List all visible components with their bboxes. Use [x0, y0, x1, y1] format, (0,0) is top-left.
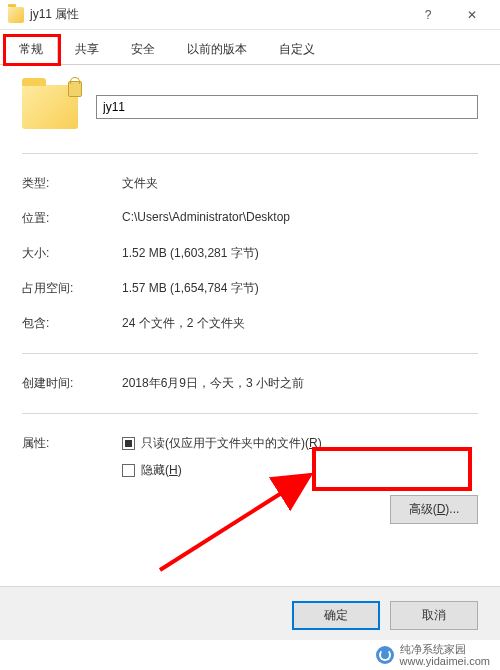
folder-name-input[interactable]	[96, 95, 478, 119]
close-button[interactable]: ✕	[452, 2, 492, 28]
tabs: 常规 共享 安全 以前的版本 自定义	[0, 30, 500, 65]
folder-icon	[8, 7, 24, 23]
tab-content: 类型: 文件夹 位置: C:\Users\Administrator\Deskt…	[0, 65, 500, 553]
tab-general[interactable]: 常规	[4, 34, 58, 64]
attributes-label: 属性:	[22, 435, 122, 452]
divider	[22, 353, 478, 354]
watermark: 纯净系统家园 www.yidaimei.com	[0, 640, 500, 670]
watermark-logo-icon	[376, 646, 394, 664]
readonly-label: 只读(仅应用于文件夹中的文件)(R)	[141, 435, 322, 452]
tab-security[interactable]: 安全	[116, 34, 170, 64]
location-value: C:\Users\Administrator\Desktop	[122, 210, 478, 227]
tab-previous-versions[interactable]: 以前的版本	[172, 34, 262, 64]
size-on-disk-label: 占用空间:	[22, 280, 122, 297]
size-value: 1.52 MB (1,603,281 字节)	[122, 245, 478, 262]
divider	[22, 413, 478, 414]
type-value: 文件夹	[122, 175, 478, 192]
hidden-checkbox[interactable]	[122, 464, 135, 477]
divider	[22, 153, 478, 154]
folder-large-icon	[22, 85, 78, 129]
size-label: 大小:	[22, 245, 122, 262]
window-controls: ? ✕	[408, 2, 492, 28]
watermark-line1: 纯净系统家园	[400, 643, 490, 655]
hidden-label: 隐藏(H)	[141, 462, 182, 479]
lock-icon	[68, 81, 82, 97]
created-label: 创建时间:	[22, 375, 122, 392]
window-title: jy11 属性	[30, 6, 408, 23]
contains-value: 24 个文件，2 个文件夹	[122, 315, 478, 332]
contains-label: 包含:	[22, 315, 122, 332]
location-label: 位置:	[22, 210, 122, 227]
cancel-button[interactable]: 取消	[390, 601, 478, 630]
hidden-checkbox-row[interactable]: 隐藏(H)	[122, 462, 478, 479]
tab-customize[interactable]: 自定义	[264, 34, 330, 64]
advanced-button[interactable]: 高级(D)...	[390, 495, 478, 524]
size-on-disk-value: 1.57 MB (1,654,784 字节)	[122, 280, 478, 297]
readonly-checkbox-row[interactable]: 只读(仅应用于文件夹中的文件)(R)	[122, 435, 478, 452]
dialog-footer: 确定 取消 应用(A)	[0, 586, 500, 640]
ok-button[interactable]: 确定	[292, 601, 380, 630]
readonly-checkbox[interactable]	[122, 437, 135, 450]
titlebar: jy11 属性 ? ✕	[0, 0, 500, 30]
created-value: 2018年6月9日，今天，3 小时之前	[122, 375, 478, 392]
help-button[interactable]: ?	[408, 2, 448, 28]
type-label: 类型:	[22, 175, 122, 192]
tab-sharing[interactable]: 共享	[60, 34, 114, 64]
watermark-line2: www.yidaimei.com	[400, 655, 490, 667]
